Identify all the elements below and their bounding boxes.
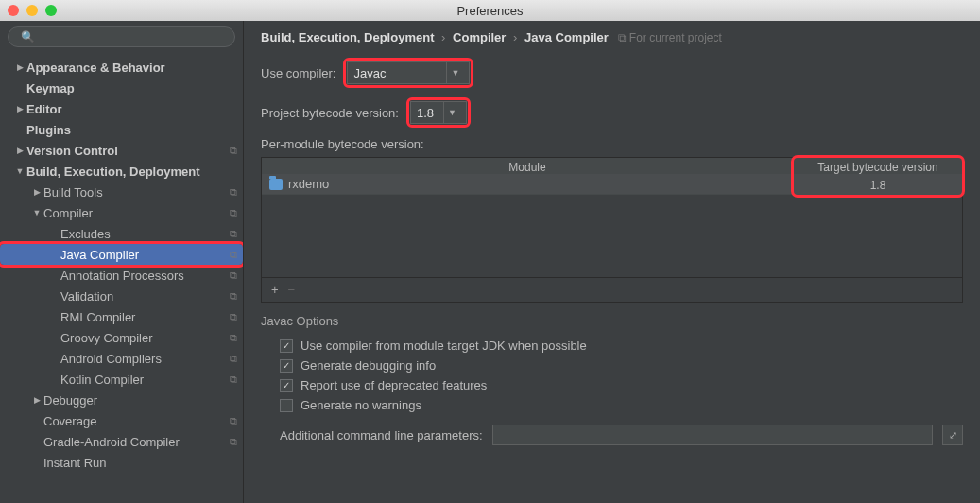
tree-item[interactable]: ▶Appearance & Behavior [0,57,243,78]
copy-icon: ⧉ [230,311,237,323]
tree-item[interactable]: ▶Debugger [0,390,243,410]
search-box: 🔍 [8,26,235,47]
chevron-down-icon: ▼ [443,102,460,123]
tree-item[interactable]: ▶Version Control⧉ [0,140,243,161]
tree-item[interactable]: Coverage⧉ [0,410,243,431]
copy-icon: ⧉ [230,415,237,427]
module-icon [269,179,283,190]
chevron-down-icon: ▼ [446,62,463,83]
arrow-icon: ▶ [30,395,43,405]
copy-icon: ⧉ [230,207,237,219]
arrow-icon: ▶ [13,104,26,113]
copy-icon: ⧉ [230,186,237,199]
expand-button[interactable]: ⤢ [942,425,963,445]
search-input[interactable] [8,26,235,47]
tree-item[interactable]: ▼Build, Execution, Deployment [0,161,243,182]
search-icon: 🔍 [21,30,35,43]
params-input[interactable] [492,425,933,445]
tree-item[interactable]: Kotlin Compiler⧉ [0,369,243,390]
checkbox-row[interactable]: Generate no warnings [261,395,963,415]
copy-icon: ⧉ [230,332,237,344]
tree-item[interactable]: Groovy Compiler⧉ [0,327,243,348]
minimize-icon[interactable] [26,5,38,16]
tree-item[interactable]: Instant Run [0,452,243,473]
project-hint: ⧉ For current project [618,31,722,44]
breadcrumb: Build, Execution, Deployment › Compiler … [261,30,963,44]
copy-icon: ⧉ [230,290,237,303]
tree-item[interactable]: Excludes⧉ [0,223,243,244]
arrow-icon: ▶ [13,146,26,155]
copy-icon: ⧉ [230,228,237,240]
add-button[interactable]: + [271,283,279,297]
module-bytecode-table: Module Target bytecode version 1.8 rxdem… [261,157,963,303]
arrow-icon: ▶ [13,62,26,72]
titlebar: Preferences [0,0,980,21]
content-panel: Build, Execution, Deployment › Compiler … [244,21,980,503]
tree-item[interactable]: Gradle-Android Compiler⧉ [0,431,243,452]
bytecode-version-select[interactable]: 1.8 ▼ [410,101,467,124]
copy-icon: ⧉ [230,436,237,448]
tree-item[interactable]: Android Compilers⧉ [0,348,243,369]
tree-item[interactable]: ▼Compiler⧉ [0,202,243,223]
tree-item[interactable]: Keymap [0,78,243,98]
checkbox[interactable] [280,399,293,412]
table-header-target: Target bytecode version 1.8 [794,158,962,195]
copy-icon: ⧉ [230,145,237,157]
copy-icon: ⧉ [230,353,237,365]
tree-item[interactable]: Plugins [0,119,243,140]
tree-item[interactable]: Validation⧉ [0,286,243,306]
params-label: Additional command line parameters: [280,428,483,442]
checkbox-row[interactable]: ✓Use compiler from module target JDK whe… [261,336,963,356]
copy-icon: ⧉ [230,373,237,386]
sidebar: 🔍 ▶Appearance & BehaviorKeymap▶EditorPlu… [0,21,244,503]
checkbox-row[interactable]: ✓Generate debugging info [261,356,963,375]
bytecode-version-label: Project bytecode version: [261,106,399,120]
tree-item[interactable]: Java Compiler⧉ [0,244,243,265]
arrow-icon: ▼ [30,208,43,217]
close-icon[interactable] [8,5,19,16]
tree-item[interactable]: Annotation Processors⧉ [0,265,243,286]
remove-button: − [288,283,296,297]
checkbox[interactable]: ✓ [280,359,293,373]
tree-item[interactable]: ▶Build Tools⧉ [0,182,243,202]
arrow-icon: ▶ [30,187,43,197]
maximize-icon[interactable] [45,5,57,16]
per-module-label: Per-module bytecode version: [261,137,963,151]
checkbox[interactable]: ✓ [280,379,293,392]
use-compiler-label: Use compiler: [261,66,335,80]
window-title: Preferences [456,4,523,18]
copy-icon: ⧉ [230,269,237,282]
checkbox[interactable]: ✓ [280,339,293,353]
checkbox-row[interactable]: ✓Report use of deprecated features [261,375,963,395]
tree-item[interactable]: ▶Editor [0,98,243,119]
use-compiler-select[interactable]: Javac ▼ [347,61,470,84]
copy-icon: ⧉ [230,249,237,261]
arrow-icon: ▼ [13,166,26,176]
tree-item[interactable]: RMI Compiler⧉ [0,306,243,327]
javac-options-title: Javac Options [261,314,963,328]
settings-tree: ▶Appearance & BehaviorKeymap▶EditorPlugi… [0,53,243,503]
